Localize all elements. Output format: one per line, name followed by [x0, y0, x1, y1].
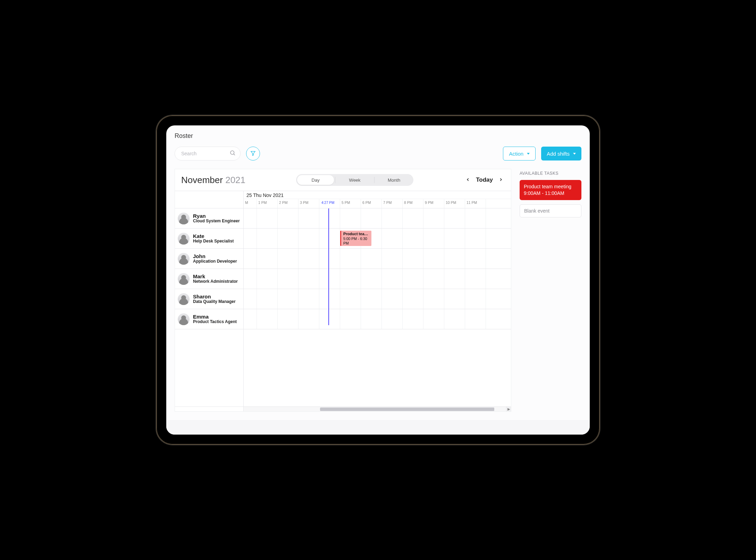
scrollbar-track[interactable]: [244, 407, 506, 411]
avatar: [178, 213, 190, 224]
chevron-down-icon: [573, 153, 576, 155]
app-screen: Roster Action Add shifts: [166, 125, 590, 435]
timeline-row[interactable]: [244, 309, 511, 329]
person-row[interactable]: EmmaProduct Tactics Agent: [175, 309, 243, 329]
year-label: 2021: [225, 175, 245, 185]
available-tasks-heading: AVAILABLE TASKS: [520, 169, 581, 176]
hour-label: 9 PM: [423, 199, 444, 208]
horizontal-scrollbar[interactable]: ▶: [175, 406, 511, 411]
timeline-row[interactable]: [244, 208, 511, 229]
page-title: Roster: [166, 125, 590, 143]
chevron-down-icon: [527, 153, 530, 155]
view-day-tab[interactable]: Day: [297, 175, 334, 185]
hours-row: M1 PM2 PM3 PM4 PM5 PM6 PM7 PM8 PM9 PM10 …: [244, 199, 511, 208]
timeline-header: 25 Thu Nov 2021 M1 PM2 PM3 PM4 PM5 PM6 P…: [244, 191, 511, 208]
person-info: JohnApplication Developer: [193, 253, 237, 264]
current-time-line: [328, 208, 329, 325]
event-time: 5:00 PM - 6:30 PM: [343, 237, 369, 246]
view-month-tab[interactable]: Month: [375, 174, 413, 186]
person-info: SharonData Quality Manager: [193, 294, 236, 304]
person-info: MarkNetwork Administrator: [193, 273, 238, 284]
today-button[interactable]: Today: [476, 176, 493, 183]
prev-day-button[interactable]: [464, 175, 472, 185]
person-name: John: [193, 253, 237, 259]
available-tasks-panel: AVAILABLE TASKS Product team meeting 9:0…: [520, 169, 581, 412]
hour-label: 3 PM: [299, 199, 319, 208]
date-header: 25 Thu Nov 2021: [244, 191, 511, 199]
person-info: KateHelp Desk Specialist: [193, 233, 234, 244]
month-label: November: [181, 175, 223, 185]
hour-label: 2 PM: [278, 199, 299, 208]
person-info: EmmaProduct Tactics Agent: [193, 314, 237, 324]
task-time: 9:00AM - 11:00AM: [524, 190, 577, 197]
filter-icon: [250, 150, 256, 157]
avatar: [178, 273, 190, 285]
add-shifts-label: Add shifts: [547, 151, 570, 157]
chevron-right-icon: [498, 176, 503, 184]
person-name: Mark: [193, 273, 238, 279]
person-row[interactable]: JohnApplication Developer: [175, 249, 243, 269]
content-area: November 2021 Day Week Month: [166, 169, 590, 420]
roster-grid: RyanCloud System EngineerKateHelp Desk S…: [175, 191, 511, 411]
timeline-rows: Product team …5:00 PM - 6:30 PM: [244, 208, 511, 329]
next-day-button[interactable]: [497, 175, 505, 185]
person-role: Help Desk Specialist: [193, 239, 234, 244]
chevron-left-icon: [465, 176, 470, 184]
person-name: Sharon: [193, 294, 236, 299]
person-role: Cloud System Engineer: [193, 219, 240, 224]
person-name: Ryan: [193, 213, 240, 219]
task-title: Product team meeting: [524, 183, 577, 190]
timeline-row[interactable]: [244, 289, 511, 309]
hour-label: 7 PM: [382, 199, 403, 208]
blank-event-label: Blank event: [524, 208, 549, 214]
search-field-wrap: [175, 147, 241, 160]
roster-panel: November 2021 Day Week Month: [175, 169, 511, 412]
person-role: Data Quality Manager: [193, 299, 236, 304]
task-card[interactable]: Product team meeting 9:00AM - 11:00AM: [520, 180, 581, 200]
timeline-panel[interactable]: 25 Thu Nov 2021 M1 PM2 PM3 PM4 PM5 PM6 P…: [244, 191, 511, 406]
person-role: Application Developer: [193, 259, 237, 264]
hour-label: 1 PM: [257, 199, 278, 208]
action-label: Action: [509, 151, 523, 157]
date-nav: Today: [464, 175, 505, 185]
view-toggle: Day Week Month: [296, 174, 413, 186]
timeline-row[interactable]: [244, 249, 511, 269]
blank-event-card[interactable]: Blank event: [520, 204, 581, 217]
avatar: [178, 293, 190, 305]
add-shifts-dropdown[interactable]: Add shifts: [541, 147, 581, 160]
footer-strip: [166, 420, 590, 435]
hour-label: 5 PM: [340, 199, 361, 208]
hour-label: 8 PM: [403, 199, 423, 208]
avatar: [178, 253, 190, 265]
person-role: Network Administrator: [193, 279, 238, 284]
svg-point-0: [230, 151, 234, 155]
person-name: Kate: [193, 233, 234, 239]
shift-event[interactable]: Product team …5:00 PM - 6:30 PM: [340, 231, 371, 246]
person-row[interactable]: MarkNetwork Administrator: [175, 269, 243, 289]
scrollbar-thumb[interactable]: [320, 407, 494, 411]
tablet-frame: Roster Action Add shifts: [156, 115, 600, 445]
filter-button[interactable]: [246, 147, 260, 160]
person-row[interactable]: SharonData Quality Manager: [175, 289, 243, 309]
hour-label: 11 PM: [465, 199, 486, 208]
person-row[interactable]: RyanCloud System Engineer: [175, 208, 243, 229]
person-role: Product Tactics Agent: [193, 320, 237, 324]
timeline-row[interactable]: [244, 269, 511, 289]
action-dropdown[interactable]: Action: [503, 147, 536, 160]
hour-label: M: [244, 199, 257, 208]
people-column: RyanCloud System EngineerKateHelp Desk S…: [175, 191, 244, 406]
calendar-header: November 2021 Day Week Month: [175, 169, 511, 191]
toolbar: Action Add shifts: [166, 143, 590, 169]
view-week-tab[interactable]: Week: [335, 174, 374, 186]
person-name: Emma: [193, 314, 237, 320]
current-time-label: 4:27 PM: [321, 201, 335, 205]
person-row[interactable]: KateHelp Desk Specialist: [175, 229, 243, 249]
avatar: [178, 313, 190, 325]
scroll-right-arrow-icon[interactable]: ▶: [506, 407, 511, 411]
month-year-title: November 2021: [181, 175, 245, 186]
svg-line-1: [234, 154, 235, 155]
avatar: [178, 233, 190, 245]
timeline-row[interactable]: [244, 229, 511, 249]
search-icon: [229, 150, 236, 157]
hour-label: 6 PM: [361, 199, 382, 208]
